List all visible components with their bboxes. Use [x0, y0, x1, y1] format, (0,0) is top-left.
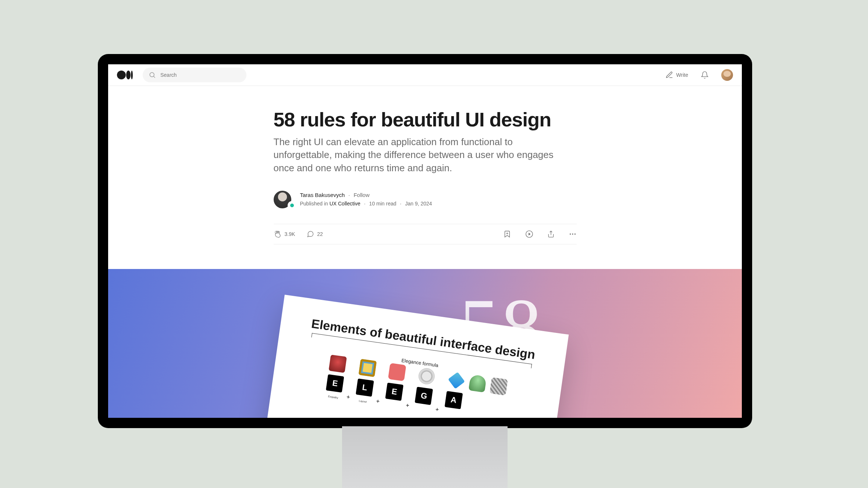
diamond-icon [448, 372, 465, 389]
hero-image: 58 Elements of beautiful interface desig… [108, 269, 742, 418]
article: 58 rules for beautiful UI design The rig… [274, 109, 577, 244]
tile: E [326, 374, 344, 393]
medium-logo[interactable] [117, 70, 135, 80]
keyboard-icon [490, 377, 508, 396]
separator: · [348, 191, 350, 199]
svg-line-1 [154, 76, 155, 78]
top-nav: Write [108, 64, 742, 86]
share-button[interactable] [547, 230, 555, 238]
write-button[interactable]: Write [665, 71, 688, 79]
follow-button[interactable]: Follow [353, 191, 369, 199]
screen: Write 58 rules for beautiful UI design T… [108, 64, 742, 418]
read-time: 10 min read [369, 200, 396, 208]
author-name[interactable]: Taras Bakusevych [300, 191, 345, 199]
tile-label: Empathy [328, 395, 338, 399]
separator: · [364, 200, 366, 208]
play-icon [525, 230, 533, 238]
publication-avatar[interactable] [288, 201, 296, 210]
bookmark-button[interactable] [503, 230, 511, 238]
bookmark-icon [503, 230, 511, 238]
byline-text: Taras Bakusevych · Follow Published in U… [300, 191, 432, 208]
more-icon [569, 230, 577, 238]
monitor-stand [342, 426, 508, 488]
ticket-icon [388, 363, 406, 381]
clap-count: 3.9K [285, 231, 295, 237]
svg-point-6 [572, 233, 573, 234]
tile: A [444, 391, 463, 409]
bell-icon [701, 71, 709, 79]
comment-count: 22 [317, 231, 323, 237]
monitor-frame: Write 58 rules for beautiful UI design T… [98, 54, 752, 428]
tile: E [385, 383, 403, 401]
search-icon [149, 71, 156, 79]
clap-button[interactable]: 3.9K [274, 230, 295, 238]
tile: L [356, 378, 374, 397]
svg-marker-3 [529, 233, 531, 235]
search-input[interactable] [160, 72, 241, 78]
frame-icon [358, 359, 377, 377]
published-in-label: Published in UX Collective [300, 200, 360, 208]
write-icon [665, 71, 673, 79]
byline: Taras Bakusevych · Follow Published in U… [274, 191, 577, 208]
share-icon [547, 230, 555, 238]
clap-icon [274, 230, 282, 238]
publication-link[interactable]: UX Collective [330, 201, 360, 207]
respond-button[interactable]: 22 [307, 230, 323, 238]
article-title: 58 rules for beautiful UI design [274, 109, 577, 130]
separator: · [400, 200, 402, 208]
comment-icon [307, 230, 314, 238]
publish-date: Jan 9, 2024 [405, 200, 432, 208]
nav-right: Write [665, 69, 733, 81]
user-avatar[interactable] [721, 69, 733, 81]
write-label: Write [676, 72, 688, 78]
notifications-button[interactable] [701, 71, 709, 79]
svg-point-7 [574, 233, 575, 234]
action-bar: 3.9K 22 [274, 224, 577, 244]
author-avatar-group[interactable] [274, 191, 294, 208]
tile: G [415, 387, 433, 405]
more-button[interactable] [569, 230, 577, 238]
compass-icon [417, 367, 436, 385]
svg-point-0 [150, 72, 154, 77]
listen-button[interactable] [525, 230, 533, 238]
search-box[interactable] [143, 68, 246, 82]
tile-label: Layout [359, 399, 367, 403]
article-subtitle: The right UI can elevate an application … [274, 136, 564, 174]
ufo-icon [468, 374, 487, 392]
heart-icon [329, 355, 347, 373]
svg-point-5 [569, 233, 570, 234]
